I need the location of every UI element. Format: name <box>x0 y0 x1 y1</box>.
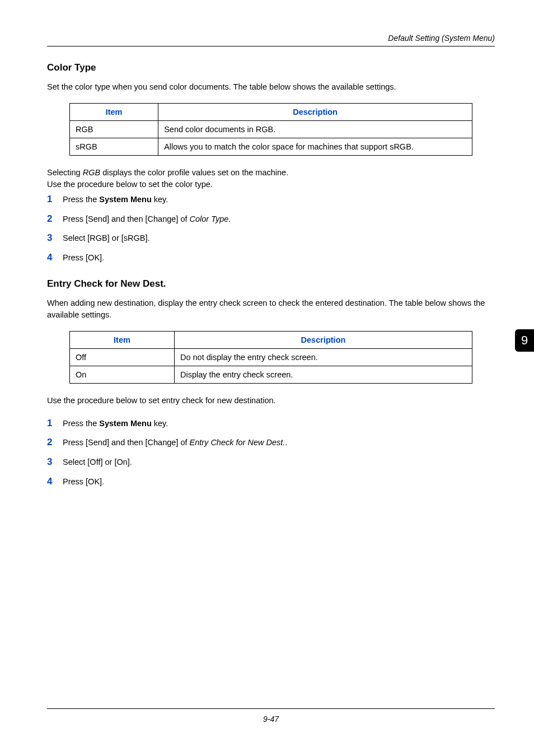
page-number: 9-47 <box>47 708 495 724</box>
color-type-intro: Set the color type when you send color d… <box>47 81 495 93</box>
cell-item: RGB <box>70 121 158 138</box>
section-title-color-type: Color Type <box>47 62 495 73</box>
table-header-item: Item <box>70 104 158 121</box>
step: 1 Press the System Menu key. <box>47 417 495 431</box>
step-number: 4 <box>47 251 63 265</box>
step-number: 1 <box>47 417 63 431</box>
table-row: sRGB Allows you to match the color space… <box>70 138 472 156</box>
cell-item: Off <box>70 348 175 366</box>
step: 2 Press [Send] and then [Change] of Entr… <box>47 436 495 450</box>
chapter-tab: 9 <box>515 329 534 352</box>
entry-check-steps: 1 Press the System Menu key. 2 Press [Se… <box>47 417 495 489</box>
color-type-note: Selecting RGB displays the color profile… <box>47 167 495 190</box>
step: 2 Press [Send] and then [Change] of Colo… <box>47 212 495 226</box>
cell-desc: Send color documents in RGB. <box>158 121 472 138</box>
step: 3 Select [Off] or [On]. <box>47 455 495 469</box>
step: 1 Press the System Menu key. <box>47 193 495 207</box>
step-number: 1 <box>47 193 63 207</box>
step: 4 Press [OK]. <box>47 475 495 489</box>
step-number: 2 <box>47 212 63 226</box>
color-type-table: Item Description RGB Send color document… <box>69 103 472 156</box>
step: 3 Select [RGB] or [sRGB]. <box>47 231 495 245</box>
table-row: RGB Send color documents in RGB. <box>70 121 472 138</box>
step-number: 3 <box>47 231 63 245</box>
color-type-steps: 1 Press the System Menu key. 2 Press [Se… <box>47 193 495 265</box>
cell-item: On <box>70 366 175 383</box>
section-title-entry-check: Entry Check for New Dest. <box>47 278 495 290</box>
table-header-item: Item <box>70 331 175 348</box>
step-number: 2 <box>47 436 63 450</box>
table-header-description: Description <box>158 104 472 121</box>
cell-desc: Display the entry check screen. <box>174 366 472 383</box>
step-number: 4 <box>47 475 63 489</box>
running-head: Default Setting (System Menu) <box>47 34 495 46</box>
cell-desc: Do not display the entry check screen. <box>174 348 472 366</box>
cell-desc: Allows you to match the color space for … <box>158 138 472 156</box>
table-row: On Display the entry check screen. <box>70 366 472 383</box>
step-number: 3 <box>47 455 63 469</box>
entry-check-note: Use the procedure below to set entry che… <box>47 395 495 407</box>
table-row: Off Do not display the entry check scree… <box>70 348 472 366</box>
entry-check-intro: When adding new destination, display the… <box>47 297 495 321</box>
table-header-description: Description <box>174 331 472 348</box>
cell-item: sRGB <box>70 138 158 156</box>
step: 4 Press [OK]. <box>47 251 495 265</box>
entry-check-table: Item Description Off Do not display the … <box>69 331 472 384</box>
